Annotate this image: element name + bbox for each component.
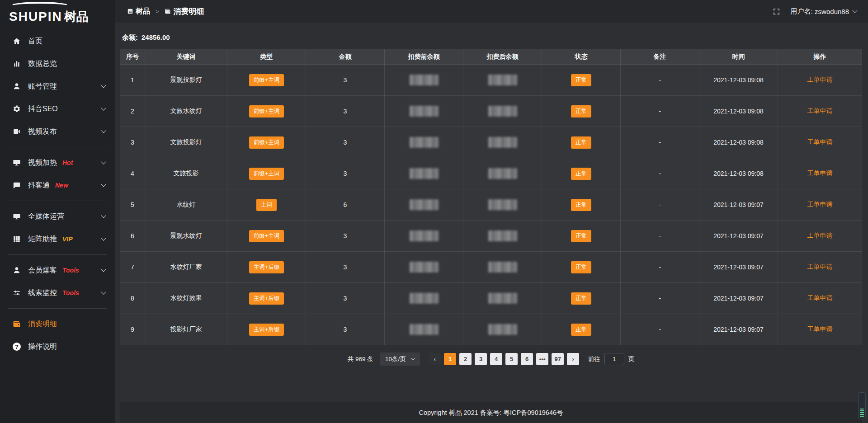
- sidebar-item-data-overview[interactable]: 数据总览: [0, 52, 115, 75]
- work-order-link[interactable]: 工单申请: [807, 107, 833, 114]
- sidebar-item-label: 首页: [28, 37, 42, 46]
- footer: Copyright 树品 2021 备案号: 粤ICP备09019646号: [120, 402, 862, 423]
- sidebar-item-douyin-seo[interactable]: 抖音SEO: [0, 98, 115, 120]
- chevron-down-icon: [852, 8, 857, 13]
- redacted-value: [410, 324, 439, 335]
- redacted-value: [410, 137, 439, 148]
- cell-status: 正常: [542, 127, 621, 158]
- status-badge: 正常: [571, 136, 591, 149]
- sidebar-item-all-media-operation[interactable]: 全媒体运营: [0, 205, 115, 228]
- cell-keyword: 水纹灯厂家: [145, 252, 227, 283]
- cell-balance-before: [385, 189, 463, 221]
- cell-keyword: 文旅水纹灯: [145, 96, 227, 127]
- sidebar-item-label: 全媒体运营: [28, 212, 64, 221]
- cell-amount: 6: [306, 189, 385, 221]
- sidebar-item-consumption-details[interactable]: 消费明细: [0, 313, 115, 335]
- sidebar-item-video-heating[interactable]: 视频加热Hot: [0, 151, 115, 174]
- sidebar: SHUPIN 树品 首页数据总览账号管理抖音SEO视频发布视频加热Hot抖客通N…: [0, 0, 115, 423]
- sidebar-item-matrix-boost[interactable]: 矩阵助推VIP: [0, 228, 115, 250]
- column-header: 操作: [778, 49, 862, 65]
- user-dropdown[interactable]: 用户名: zswodun88: [790, 7, 857, 16]
- sidebar-item-member-baoke[interactable]: 会员爆客Tools: [0, 259, 115, 282]
- app-window: SHUPIN 树品 首页数据总览账号管理抖音SEO视频发布视频加热Hot抖客通N…: [0, 0, 868, 423]
- sidebar-menu: 首页数据总览账号管理抖音SEO视频发布视频加热Hot抖客通New全媒体运营矩阵助…: [0, 29, 115, 423]
- page-button-5[interactable]: 5: [505, 353, 518, 365]
- chevron-down-icon: [101, 213, 106, 218]
- cell-remark: -: [621, 65, 699, 96]
- question-icon: ?: [12, 342, 21, 351]
- sidebar-item-video-publish[interactable]: 视频发布: [0, 120, 115, 143]
- cell-amount: 3: [306, 96, 385, 127]
- cell-remark: -: [621, 283, 699, 314]
- cell-keyword: 景观水纹灯: [145, 221, 227, 252]
- cell-time: 2021-12-03 09:08: [699, 158, 778, 189]
- goto-page-input[interactable]: [604, 353, 624, 365]
- redacted-value: [488, 262, 517, 273]
- work-order-link[interactable]: 工单申请: [807, 201, 833, 208]
- goto-suffix: 页: [628, 355, 635, 363]
- work-order-link[interactable]: 工单申请: [807, 263, 833, 270]
- sidebar-item-operation-guide[interactable]: ?操作说明: [0, 335, 115, 358]
- page-size-select[interactable]: 10条/页: [380, 352, 420, 366]
- cell-action: 工单申请: [778, 252, 862, 283]
- sidebar-item-douketong[interactable]: 抖客通New: [0, 174, 115, 197]
- prev-page-button[interactable]: ‹: [429, 353, 441, 365]
- redacted-value: [488, 106, 517, 117]
- cell-balance-before: [385, 65, 463, 96]
- cell-action: 工单申请: [778, 283, 862, 314]
- cell-seq: 3: [120, 127, 145, 158]
- sidebar-item-clue-monitoring[interactable]: 线索监控Tools: [0, 282, 115, 304]
- page-button-1[interactable]: 1: [444, 353, 456, 365]
- breadcrumb-app-icon: [127, 8, 133, 14]
- chevron-down-icon: [101, 235, 106, 240]
- logo: SHUPIN 树品: [0, 0, 115, 29]
- page-button-4[interactable]: 4: [490, 353, 502, 365]
- work-order-link[interactable]: 工单申请: [807, 325, 833, 333]
- next-page-button[interactable]: ›: [567, 353, 579, 365]
- cell-balance-after: [463, 65, 542, 96]
- chat-icon: [12, 181, 21, 190]
- cell-keyword: 水纹灯效果: [145, 283, 227, 314]
- column-header: 备注: [621, 49, 699, 65]
- cell-seq: 5: [120, 189, 145, 221]
- work-order-link[interactable]: 工单申请: [807, 76, 833, 83]
- type-badge: 主词+后缀: [249, 324, 284, 336]
- breadcrumb-root[interactable]: 树品: [136, 7, 150, 16]
- cell-keyword: 文旅投影灯: [145, 127, 227, 158]
- cell-type: 主词+后缀: [227, 314, 306, 345]
- status-badge: 正常: [571, 168, 591, 180]
- table-row: 9投影灯厂家主词+后缀3正常-2021-12-03 09:07工单申请: [120, 314, 862, 345]
- cell-keyword: 景观投影灯: [145, 65, 227, 96]
- type-badge: 前缀+主词: [249, 136, 284, 149]
- work-order-link[interactable]: 工单申请: [807, 138, 833, 146]
- cell-seq: 7: [120, 252, 145, 283]
- chevron-down-icon: [101, 105, 106, 110]
- cell-keyword: 文旅投影: [145, 158, 227, 189]
- cell-status: 正常: [542, 221, 621, 252]
- cell-remark: -: [621, 96, 699, 127]
- fullscreen-icon[interactable]: [773, 8, 780, 15]
- work-order-link[interactable]: 工单申请: [807, 232, 833, 239]
- cell-remark: -: [621, 158, 699, 189]
- cell-status: 正常: [542, 189, 621, 221]
- user-icon: [12, 82, 21, 91]
- cell-remark: -: [621, 127, 699, 158]
- main-column: 树品 > 消费明细 用户名: zswodun88 余额: 24856.00: [115, 0, 868, 423]
- page-button-97[interactable]: 97: [552, 353, 564, 365]
- page-ellipsis-button[interactable]: •••: [536, 353, 548, 365]
- sidebar-item-label: 矩阵助推: [28, 235, 57, 244]
- consumption-table-wrap: 序号关键词类型金额扣费前余额扣费后余额状态备注时间操作 1景观投影灯前缀+主词3…: [120, 49, 862, 345]
- page-button-6[interactable]: 6: [521, 353, 533, 365]
- copyright-text: Copyright 树品 2021 备案号: 粤ICP备09019646号: [419, 409, 563, 417]
- page-button-3[interactable]: 3: [475, 353, 487, 365]
- table-row: 5水纹灯主词6正常-2021-12-03 09:07工单申请: [120, 189, 862, 221]
- redacted-value: [410, 168, 439, 179]
- work-order-link[interactable]: 工单申请: [807, 294, 833, 301]
- battery-widget[interactable]: [858, 392, 866, 419]
- column-header: 类型: [227, 49, 306, 65]
- sidebar-item-account-management[interactable]: 账号管理: [0, 75, 115, 98]
- sidebar-item-label: 抖客通: [28, 181, 50, 190]
- sidebar-item-home[interactable]: 首页: [0, 30, 115, 52]
- page-button-2[interactable]: 2: [459, 353, 472, 365]
- work-order-link[interactable]: 工单申请: [807, 169, 833, 177]
